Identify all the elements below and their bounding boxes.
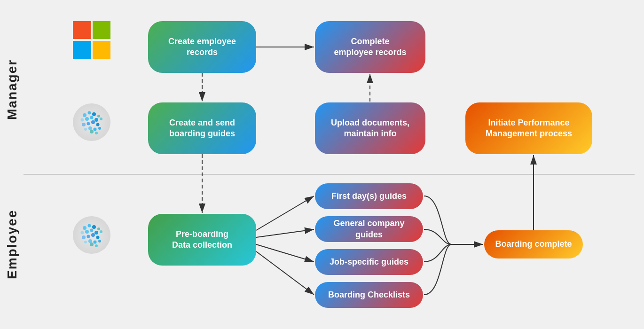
svg-point-24: [85, 230, 89, 234]
svg-point-12: [96, 123, 100, 126]
role-label-manager: Manager: [5, 28, 20, 150]
ms-logo-red: [73, 21, 91, 39]
svg-point-21: [92, 225, 96, 229]
node-boarding-checklists: Boarding Checklists: [315, 282, 423, 308]
svg-point-5: [85, 117, 89, 121]
svg-point-3: [97, 115, 100, 118]
svg-point-14: [88, 126, 92, 130]
svg-point-4: [81, 118, 84, 122]
svg-line-47: [256, 251, 314, 295]
svg-point-1: [88, 111, 91, 115]
svg-line-45: [256, 229, 314, 237]
node-initiate-performance: Initiate Performance Management process: [465, 102, 592, 154]
role-label-employee: Employee: [5, 183, 20, 306]
svg-point-30: [91, 233, 95, 237]
svg-point-36: [90, 243, 94, 246]
svg-point-16: [98, 127, 101, 130]
node-job-specific-guides: Job-specific guides: [315, 249, 423, 275]
svg-point-37: [95, 244, 98, 247]
svg-point-8: [100, 118, 102, 120]
svg-point-18: [95, 132, 98, 134]
node-general-company-guides: General company guides: [315, 216, 423, 242]
node-create-employee-records: Create employee records: [148, 21, 256, 73]
svg-point-15: [94, 128, 97, 131]
svg-point-22: [97, 227, 100, 230]
node-upload-documents: Upload documents, maintain info: [315, 102, 425, 154]
dots-icon-manager: [73, 103, 110, 141]
svg-point-31: [96, 236, 100, 239]
node-preboarding: Pre-boarding Data collection: [148, 214, 256, 266]
svg-point-2: [92, 112, 96, 116]
svg-point-23: [81, 231, 84, 235]
svg-point-26: [94, 231, 98, 235]
svg-point-32: [84, 241, 87, 243]
role-divider: [24, 174, 635, 175]
svg-point-19: [83, 226, 86, 230]
svg-point-17: [90, 130, 94, 133]
ms-logo-yellow: [93, 41, 110, 59]
dots-icon-employee: [73, 216, 110, 254]
svg-point-33: [88, 239, 92, 243]
svg-point-35: [98, 240, 101, 243]
svg-point-10: [87, 122, 90, 125]
diagram-container: Manager Employee: [0, 0, 644, 329]
ms-logo-green: [93, 21, 110, 39]
svg-point-0: [83, 113, 86, 117]
node-complete-employee-records: Complete employee records: [315, 21, 425, 73]
svg-line-44: [256, 196, 314, 230]
microsoft-logo: [73, 21, 110, 59]
svg-point-6: [90, 116, 94, 119]
svg-point-7: [94, 118, 98, 122]
node-create-boarding-guides: Create and send boarding guides: [148, 102, 256, 154]
node-first-day-guides: First day(s) guides: [315, 183, 423, 209]
svg-point-9: [82, 123, 86, 126]
svg-point-20: [88, 224, 91, 227]
svg-point-27: [100, 230, 102, 233]
node-boarding-complete: Boarding complete: [484, 230, 583, 258]
svg-point-13: [84, 128, 87, 131]
svg-line-46: [256, 244, 314, 262]
svg-point-25: [90, 229, 94, 232]
svg-point-28: [82, 235, 86, 239]
svg-point-11: [91, 120, 95, 124]
svg-point-29: [87, 235, 90, 238]
ms-logo-blue: [73, 41, 91, 59]
svg-point-34: [94, 241, 97, 244]
